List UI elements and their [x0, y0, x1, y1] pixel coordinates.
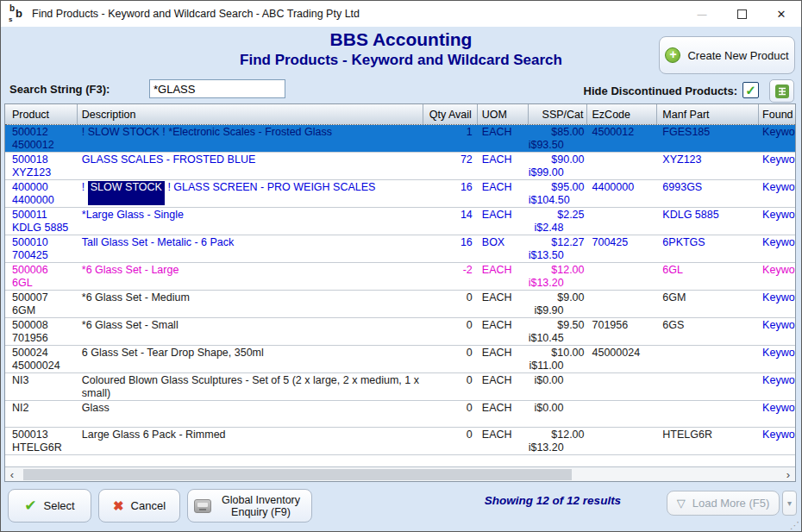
- table-row[interactable]: 500024 45000024 6 Glass Set - Tear Drop …: [5, 346, 795, 373]
- found-by: Keyword: [762, 319, 795, 332]
- ezcode: 4400000: [592, 181, 658, 194]
- table-row[interactable]: 500012 4500012 ! SLOW STOCK ! *Electroni…: [5, 125, 795, 153]
- export-to-excel-button[interactable]: [769, 79, 794, 103]
- column-header-found[interactable]: Found: [759, 104, 795, 124]
- product-code: 500006: [12, 264, 76, 277]
- product-description: GLASS SCALES - FROSTED BLUE: [82, 153, 420, 166]
- table-row[interactable]: 500007 6GM *6 Glass Set - Medium 0 EACH …: [5, 291, 795, 318]
- table-row[interactable]: 500018 XYZ123 GLASS SCALES - FROSTED BLU…: [5, 153, 795, 180]
- table-body: 500012 4500012 ! SLOW STOCK ! *Electroni…: [5, 125, 795, 466]
- manf-part: 6GL: [662, 264, 759, 277]
- column-header-ezcode[interactable]: EzCode: [587, 104, 658, 124]
- load-more-dropdown-button[interactable]: ▾: [782, 491, 797, 516]
- ssp-price: $12.00: [529, 264, 585, 277]
- logo-letter: b: [16, 7, 22, 20]
- qty-avail: 0: [423, 291, 473, 304]
- create-new-product-button[interactable]: + Create New Product: [659, 36, 795, 74]
- window-controls: — ✕: [682, 1, 801, 27]
- qty-avail: 0: [423, 374, 473, 387]
- global-inventory-label: Global Inventory Enquiry (F9): [216, 494, 306, 518]
- uom: EACH: [482, 429, 529, 441]
- product-description: Large Glass 6 Pack - Rimmed: [82, 429, 420, 441]
- uom: EACH: [482, 402, 529, 415]
- column-header-description[interactable]: Description: [78, 104, 423, 124]
- table-row[interactable]: 500006 6GL *6 Glass Set - Large -2 EACH …: [5, 263, 795, 291]
- product-description: *Large Glass - Single: [82, 209, 420, 222]
- ssp-price-inc: i$99.00: [529, 166, 585, 179]
- product-code2: 701956: [12, 332, 76, 345]
- ssp-price: $12.00: [529, 429, 585, 441]
- uom: EACH: [482, 181, 529, 194]
- results-count-text: Showing 12 of 12 results: [423, 494, 682, 507]
- uom: EACH: [482, 126, 529, 139]
- ezcode: 45000024: [592, 347, 658, 360]
- hide-discontinued-label: Hide Discontinued Products:: [584, 84, 737, 97]
- cancel-button[interactable]: ✖ Cancel: [98, 489, 180, 523]
- global-inventory-enquiry-button[interactable]: Global Inventory Enquiry (F9): [187, 489, 312, 523]
- ssp-price: $90.00: [529, 153, 585, 166]
- uom: EACH: [482, 347, 529, 360]
- bbs-app-icon: b s b: [8, 5, 25, 22]
- product-code: NI2: [12, 402, 76, 415]
- product-description: *6 Glass Set - Medium: [82, 291, 420, 304]
- table-row[interactable]: 500013 HTELG6R Large Glass 6 Pack - Rimm…: [5, 428, 795, 455]
- load-more-button[interactable]: ▽ Load More (F5): [667, 491, 780, 516]
- select-button[interactable]: ✔ Select: [8, 489, 91, 523]
- ssp-price: $10.00: [529, 347, 585, 360]
- table-row[interactable]: NI2 Glass 0 EACH i$0.00 Keyword: [5, 401, 795, 428]
- find-products-window: b s b Find Products - Keyword and Wildca…: [0, 0, 802, 532]
- found-by: Keyword: [762, 126, 795, 139]
- product-code2: KDLG 5885: [12, 222, 76, 235]
- product-code2: HTELG6R: [12, 441, 76, 454]
- minimize-button[interactable]: —: [682, 1, 722, 27]
- table-row[interactable]: NI3 Coloured Blown Glass Sculptures - Se…: [5, 373, 795, 401]
- table-row[interactable]: 400000 4400000 ! SLOW STOCK ! GLASS SCRE…: [5, 180, 795, 208]
- product-code: 500011: [12, 209, 76, 222]
- scroll-right-icon[interactable]: ›: [781, 468, 795, 481]
- resize-grip[interactable]: ⋰: [790, 520, 799, 531]
- scrollbar-track[interactable]: [19, 467, 781, 481]
- found-by: Keyword: [762, 264, 795, 277]
- logo-letter: b: [9, 3, 15, 13]
- close-icon: ✕: [777, 8, 786, 21]
- column-header-qty-avail[interactable]: Qty Avail: [423, 104, 478, 124]
- product-code: 500013: [12, 429, 76, 441]
- table-row[interactable]: 500011 KDLG 5885 *Large Glass - Single 1…: [5, 208, 795, 235]
- title-bar[interactable]: b s b Find Products - Keyword and Wildca…: [1, 1, 801, 27]
- uom: EACH: [482, 291, 529, 304]
- product-code2: XYZ123: [12, 166, 76, 179]
- found-by: Keyword: [762, 429, 795, 441]
- column-header-ssp-cat[interactable]: SSP/Cat: [529, 104, 587, 124]
- column-header-product[interactable]: Product: [5, 104, 78, 124]
- scroll-left-icon[interactable]: ‹: [5, 468, 19, 481]
- close-button[interactable]: ✕: [761, 1, 801, 27]
- ssp-price-inc: i$13.50: [529, 249, 585, 262]
- results-grid: Product Description Qty Avail UOM SSP/Ca…: [4, 103, 796, 482]
- product-description: *6 Glass Set - Small: [82, 319, 420, 332]
- scrollbar-thumb[interactable]: [23, 469, 572, 480]
- uom: EACH: [482, 153, 529, 166]
- manf-part: HTELG6R: [662, 429, 759, 441]
- product-code2: 4500012: [12, 139, 76, 152]
- product-description: 6 Glass Set - Tear Drop Shape, 350ml: [82, 347, 420, 360]
- ezcode: 4500012: [592, 126, 658, 139]
- uom: EACH: [482, 209, 529, 222]
- table-row[interactable]: 500008 701956 *6 Glass Set - Small 0 EAC…: [5, 318, 795, 346]
- logo-letter: s: [9, 16, 12, 23]
- table-row[interactable]: 500010 700425 Tall Glass Set - Metalic -…: [5, 235, 795, 263]
- ssp-price: $85.00: [529, 126, 585, 139]
- minimize-icon: —: [698, 9, 707, 19]
- column-header-manf-part[interactable]: Manf Part: [657, 104, 759, 124]
- ssp-price-inc: i$93.50: [529, 139, 585, 152]
- hide-discontinued-checkbox[interactable]: ✓: [742, 82, 759, 98]
- column-header-uom[interactable]: UOM: [478, 104, 529, 124]
- maximize-button[interactable]: [722, 1, 761, 27]
- product-description: ! SLOW STOCK ! GLASS SCREEN - PRO WEIGH …: [82, 181, 420, 194]
- load-more-label: Load More (F5): [692, 497, 770, 510]
- ssp-price-inc: i$13.20: [529, 441, 585, 454]
- ssp-price-inc: i$104.50: [529, 194, 585, 207]
- qty-avail: 14: [423, 209, 473, 222]
- qty-avail: 1: [423, 126, 473, 139]
- horizontal-scrollbar[interactable]: ‹ ›: [5, 466, 795, 481]
- search-input[interactable]: [149, 79, 285, 98]
